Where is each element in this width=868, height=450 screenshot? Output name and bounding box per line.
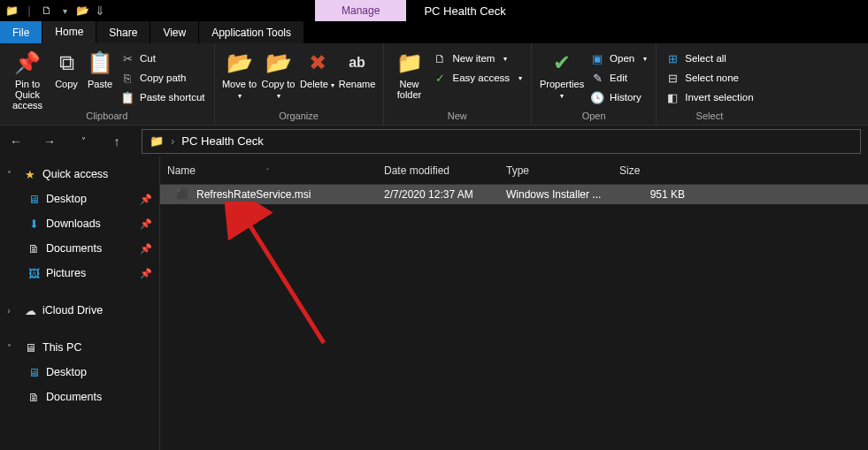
cloud-icon: ☁ [23,303,37,317]
row-date: 2/7/2020 12:37 AM [377,188,499,201]
row-size: 951 KB [612,188,692,201]
pin-icon: 📌 [140,194,152,205]
copy-to-icon: 📂 [265,49,293,77]
delete-button[interactable]: ✖ Delete ▾ [298,45,337,91]
window-title: PC Health Ceck [424,4,505,18]
folder-icon: 📁 [4,3,19,19]
pc-icon: 🖥 [23,340,37,355]
select-all-button[interactable]: ⊞Select all [662,49,757,68]
tab-home[interactable]: Home [42,21,96,43]
up-button[interactable]: ↑ [108,133,126,150]
sidebar-item-documents-2[interactable]: 🗎 Documents [0,385,159,409]
documents-icon: 🗎 [27,390,41,404]
invert-selection-icon: ◧ [665,90,680,104]
chevron-down-icon[interactable]: ▾ [57,3,73,19]
move-to-button[interactable]: 📂 Move to ▾ [220,45,259,102]
copy-label: Copy [55,79,78,89]
easy-access-button[interactable]: ✓Easy access▾ [430,68,526,88]
group-open-label: Open [537,111,650,125]
invert-selection-button[interactable]: ◧Invert selection [662,88,757,107]
recent-locations-button[interactable]: ˅ [74,133,92,150]
group-select-label: Select [662,111,757,125]
copy-button[interactable]: ⧉ Copy [50,45,83,89]
sidebar-item-this-pc[interactable]: ˅ 🖥 This PC [0,335,159,360]
copy-path-label: Copy path [140,72,186,83]
documents-icon: 🗎 [27,241,41,256]
pin-icon: 📌 [140,218,152,230]
sidebar-item-label: This PC [42,341,81,354]
tab-application-tools[interactable]: Application Tools [199,21,304,43]
group-new-label: New [389,111,526,125]
group-organize-label: Organize [220,111,378,125]
sidebar-item-label: Desktop [46,193,87,205]
paste-shortcut-label: Paste shortcut [140,92,205,103]
delete-label: Delete ▾ [300,79,334,91]
paste-shortcut-button[interactable]: 📋Paste shortcut [117,88,209,107]
edit-button[interactable]: ✎Edit [587,68,650,88]
rename-label: Rename [339,79,376,89]
group-organize: 📂 Move to ▾ 📂 Copy to ▾ ✖ Delete ▾ ab Re… [215,43,384,125]
select-none-button[interactable]: ⊟Select none [662,68,757,88]
sidebar-item-desktop[interactable]: 🖥 Desktop 📌 [0,187,159,211]
cut-label: Cut [140,53,156,64]
sidebar-item-label: Documents [46,391,102,403]
desktop-icon: 🖥 [27,365,41,379]
chevron-down-icon: ▾ [560,92,564,100]
document-icon[interactable]: 🗋 [39,3,55,19]
row-name: ⬛ RefreshRateService.msi [160,188,377,201]
pin-quick-access-button[interactable]: 📌 Pin to Quick access [5,45,50,111]
column-headers: Nameˆ Date modified Type Size [160,156,868,185]
copy-icon: ⧉ [52,49,81,77]
overflow-icon[interactable]: ⇓ [92,3,108,19]
new-folder-button[interactable]: 📁 New folder [389,45,430,100]
edit-label: Edit [610,72,627,83]
table-row[interactable]: ⬛ RefreshRateService.msi 2/7/2020 12:37 … [160,185,868,204]
sidebar-item-desktop-2[interactable]: 🖥 Desktop [0,360,159,385]
group-clipboard: 📌 Pin to Quick access ⧉ Copy 📋 Paste ✂Cu… [0,43,215,125]
tab-file[interactable]: File [0,21,42,43]
divider-icon: | [21,3,37,19]
column-type[interactable]: Type [499,164,612,177]
chevron-down-icon: ▾ [503,55,507,63]
cut-button[interactable]: ✂Cut [117,49,209,68]
tab-view[interactable]: View [150,21,199,43]
forward-button[interactable]: → [41,133,58,150]
rename-button[interactable]: ab Rename [337,45,378,89]
title-bar: 📁 | 🗋 ▾ 📂 ⇓ Manage PC Health Ceck [0,0,868,21]
address-bar[interactable]: 📁 › PC Health Ceck [142,129,861,154]
chevron-down-icon: ▾ [518,74,522,82]
open-button[interactable]: ▣Open▾ [587,49,650,68]
pin-icon: 📌 [13,49,42,77]
sidebar-item-documents[interactable]: 🗎 Documents 📌 [0,236,159,261]
copy-path-button[interactable]: ⎘Copy path [117,68,209,88]
group-clipboard-label: Clipboard [5,111,209,125]
paste-button[interactable]: 📋 Paste [83,45,117,89]
breadcrumb[interactable]: PC Health Ceck [181,134,263,148]
rename-icon: ab [343,49,372,77]
column-date[interactable]: Date modified [377,164,499,177]
file-name: RefreshRateService.msi [196,188,311,201]
sidebar-item-label: Quick access [42,168,108,180]
copy-to-button[interactable]: 📂 Copy to ▾ [259,45,298,102]
new-folder-icon: 📁 [396,49,424,77]
downloads-icon: ⬇ [27,217,41,231]
new-item-icon: 🗋 [434,51,448,65]
installer-icon: ⬛ [176,188,189,201]
ribbon-tabs: File Home Share View Application Tools [0,21,868,43]
properties-button[interactable]: ✔ Properties ▾ [537,45,587,102]
chevron-right-icon: › [0,306,18,316]
column-name[interactable]: Nameˆ [160,164,377,177]
tab-share[interactable]: Share [96,21,150,43]
back-button[interactable]: ← [7,133,25,150]
pin-label: Pin to Quick access [5,79,50,111]
sidebar-item-pictures[interactable]: 🖼 Pictures 📌 [0,261,159,286]
history-button[interactable]: 🕓History [587,88,650,107]
column-size[interactable]: Size [612,164,692,177]
easy-access-icon: ✓ [434,71,448,85]
sidebar-item-icloud-drive[interactable]: › ☁ iCloud Drive [0,298,159,323]
sidebar-item-downloads[interactable]: ⬇ Downloads 📌 [0,211,159,236]
new-item-button[interactable]: 🗋New item▾ [430,49,526,68]
folder-open-icon: 📂 [74,3,90,19]
sidebar-item-quick-access[interactable]: ˅ ★ Quick access [0,162,159,187]
open-label: Open [610,53,634,64]
